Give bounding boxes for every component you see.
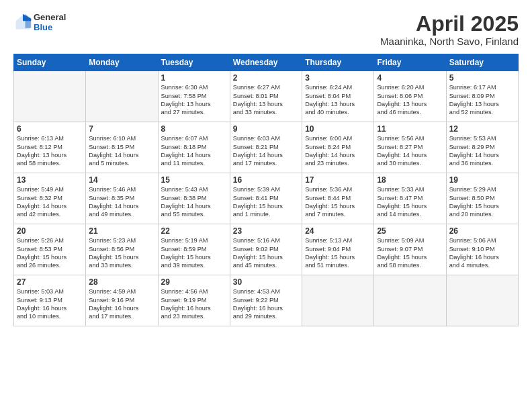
col-sunday: Sunday (14, 54, 86, 71)
day-number: 17 (305, 175, 371, 185)
calendar: Sunday Monday Tuesday Wednesday Thursday… (13, 54, 519, 326)
day-number: 11 (377, 124, 443, 134)
day-info: Sunrise: 6:17 AM Sunset: 8:09 PM Dayligh… (449, 83, 515, 117)
logo-text: General Blue (34, 12, 66, 32)
calendar-cell: 22Sunrise: 5:19 AM Sunset: 8:59 PM Dayli… (158, 224, 230, 275)
day-info: Sunrise: 5:13 AM Sunset: 9:04 PM Dayligh… (305, 236, 371, 270)
month-title: April 2025 (380, 12, 519, 36)
day-number: 6 (17, 124, 83, 134)
day-number: 13 (17, 175, 83, 185)
day-info: Sunrise: 5:09 AM Sunset: 9:07 PM Dayligh… (377, 236, 443, 270)
calendar-week-4: 27Sunrise: 5:03 AM Sunset: 9:13 PM Dayli… (14, 275, 519, 326)
day-info: Sunrise: 5:36 AM Sunset: 8:44 PM Dayligh… (305, 185, 371, 219)
day-number: 23 (233, 226, 299, 236)
calendar-cell: 1Sunrise: 6:30 AM Sunset: 7:58 PM Daylig… (158, 71, 230, 122)
day-number: 10 (305, 124, 371, 134)
day-number: 5 (449, 73, 515, 83)
calendar-week-2: 13Sunrise: 5:49 AM Sunset: 8:32 PM Dayli… (14, 173, 519, 224)
calendar-cell: 29Sunrise: 4:56 AM Sunset: 9:19 PM Dayli… (158, 275, 230, 326)
calendar-week-1: 6Sunrise: 6:13 AM Sunset: 8:12 PM Daylig… (14, 122, 519, 173)
day-info: Sunrise: 5:39 AM Sunset: 8:41 PM Dayligh… (233, 185, 299, 219)
day-info: Sunrise: 5:33 AM Sunset: 8:47 PM Dayligh… (377, 185, 443, 219)
logo-blue: Blue (34, 22, 66, 32)
calendar-cell: 28Sunrise: 4:59 AM Sunset: 9:16 PM Dayli… (86, 275, 158, 326)
day-number: 24 (305, 226, 371, 236)
day-info: Sunrise: 4:56 AM Sunset: 9:19 PM Dayligh… (161, 287, 227, 321)
day-info: Sunrise: 6:20 AM Sunset: 8:06 PM Dayligh… (377, 83, 443, 117)
calendar-cell: 21Sunrise: 5:23 AM Sunset: 8:56 PM Dayli… (86, 224, 158, 275)
calendar-cell: 13Sunrise: 5:49 AM Sunset: 8:32 PM Dayli… (14, 173, 86, 224)
day-info: Sunrise: 5:56 AM Sunset: 8:27 PM Dayligh… (377, 134, 443, 168)
day-number: 12 (449, 124, 515, 134)
calendar-cell: 23Sunrise: 5:16 AM Sunset: 9:02 PM Dayli… (230, 224, 302, 275)
calendar-cell: 12Sunrise: 5:53 AM Sunset: 8:29 PM Dayli… (446, 122, 518, 173)
title-block: April 2025 Maaninka, North Savo, Finland (380, 12, 519, 47)
calendar-cell: 26Sunrise: 5:06 AM Sunset: 9:10 PM Dayli… (446, 224, 518, 275)
day-number: 15 (161, 175, 227, 185)
day-number: 2 (233, 73, 299, 83)
day-info: Sunrise: 6:00 AM Sunset: 8:24 PM Dayligh… (305, 134, 371, 168)
day-number: 22 (161, 226, 227, 236)
calendar-cell: 30Sunrise: 4:53 AM Sunset: 9:22 PM Dayli… (230, 275, 302, 326)
day-number: 3 (305, 73, 371, 83)
calendar-cell (302, 275, 374, 326)
logo-general: General (34, 12, 66, 22)
calendar-cell: 4Sunrise: 6:20 AM Sunset: 8:06 PM Daylig… (374, 71, 446, 122)
calendar-cell: 2Sunrise: 6:27 AM Sunset: 8:01 PM Daylig… (230, 71, 302, 122)
day-info: Sunrise: 5:53 AM Sunset: 8:29 PM Dayligh… (449, 134, 515, 168)
day-info: Sunrise: 6:24 AM Sunset: 8:04 PM Dayligh… (305, 83, 371, 117)
day-number: 28 (89, 277, 154, 287)
page: General Blue April 2025 Maaninka, North … (0, 0, 532, 411)
day-info: Sunrise: 6:13 AM Sunset: 8:12 PM Dayligh… (17, 134, 83, 168)
day-number: 9 (233, 124, 299, 134)
calendar-cell (446, 275, 518, 326)
day-info: Sunrise: 5:26 AM Sunset: 8:53 PM Dayligh… (17, 236, 83, 270)
day-number: 18 (377, 175, 443, 185)
calendar-cell: 15Sunrise: 5:43 AM Sunset: 8:38 PM Dayli… (158, 173, 230, 224)
calendar-cell: 9Sunrise: 6:03 AM Sunset: 8:21 PM Daylig… (230, 122, 302, 173)
calendar-cell (374, 275, 446, 326)
day-info: Sunrise: 5:19 AM Sunset: 8:59 PM Dayligh… (161, 236, 227, 270)
calendar-cell: 10Sunrise: 6:00 AM Sunset: 8:24 PM Dayli… (302, 122, 374, 173)
calendar-cell: 3Sunrise: 6:24 AM Sunset: 8:04 PM Daylig… (302, 71, 374, 122)
day-info: Sunrise: 5:23 AM Sunset: 8:56 PM Dayligh… (89, 236, 154, 270)
calendar-cell (86, 71, 158, 122)
day-info: Sunrise: 6:30 AM Sunset: 7:58 PM Dayligh… (161, 83, 227, 117)
col-monday: Monday (86, 54, 158, 71)
col-tuesday: Tuesday (158, 54, 230, 71)
calendar-cell: 25Sunrise: 5:09 AM Sunset: 9:07 PM Dayli… (374, 224, 446, 275)
day-number: 16 (233, 175, 299, 185)
day-info: Sunrise: 6:27 AM Sunset: 8:01 PM Dayligh… (233, 83, 299, 117)
day-number: 30 (233, 277, 299, 287)
day-info: Sunrise: 5:29 AM Sunset: 8:50 PM Dayligh… (449, 185, 515, 219)
header: General Blue April 2025 Maaninka, North … (13, 12, 519, 47)
day-info: Sunrise: 6:03 AM Sunset: 8:21 PM Dayligh… (233, 134, 299, 168)
col-thursday: Thursday (302, 54, 374, 71)
location-title: Maaninka, North Savo, Finland (380, 36, 519, 47)
calendar-cell: 17Sunrise: 5:36 AM Sunset: 8:44 PM Dayli… (302, 173, 374, 224)
calendar-cell: 20Sunrise: 5:26 AM Sunset: 8:53 PM Dayli… (14, 224, 86, 275)
day-number: 20 (17, 226, 83, 236)
day-info: Sunrise: 6:07 AM Sunset: 8:18 PM Dayligh… (161, 134, 227, 168)
day-number: 14 (89, 175, 154, 185)
day-number: 4 (377, 73, 443, 83)
calendar-header-row: Sunday Monday Tuesday Wednesday Thursday… (14, 54, 519, 71)
day-number: 1 (161, 73, 227, 83)
col-saturday: Saturday (446, 54, 518, 71)
calendar-cell: 18Sunrise: 5:33 AM Sunset: 8:47 PM Dayli… (374, 173, 446, 224)
day-number: 19 (449, 175, 515, 185)
calendar-cell: 11Sunrise: 5:56 AM Sunset: 8:27 PM Dayli… (374, 122, 446, 173)
day-number: 7 (89, 124, 154, 134)
calendar-cell (14, 71, 86, 122)
logo-icon (13, 13, 32, 32)
calendar-week-0: 1Sunrise: 6:30 AM Sunset: 7:58 PM Daylig… (14, 71, 519, 122)
day-info: Sunrise: 6:10 AM Sunset: 8:15 PM Dayligh… (89, 134, 154, 168)
calendar-cell: 5Sunrise: 6:17 AM Sunset: 8:09 PM Daylig… (446, 71, 518, 122)
day-number: 25 (377, 226, 443, 236)
day-info: Sunrise: 4:59 AM Sunset: 9:16 PM Dayligh… (89, 287, 154, 321)
calendar-cell: 8Sunrise: 6:07 AM Sunset: 8:18 PM Daylig… (158, 122, 230, 173)
day-number: 27 (17, 277, 83, 287)
day-info: Sunrise: 4:53 AM Sunset: 9:22 PM Dayligh… (233, 287, 299, 321)
day-number: 8 (161, 124, 227, 134)
calendar-cell: 7Sunrise: 6:10 AM Sunset: 8:15 PM Daylig… (86, 122, 158, 173)
